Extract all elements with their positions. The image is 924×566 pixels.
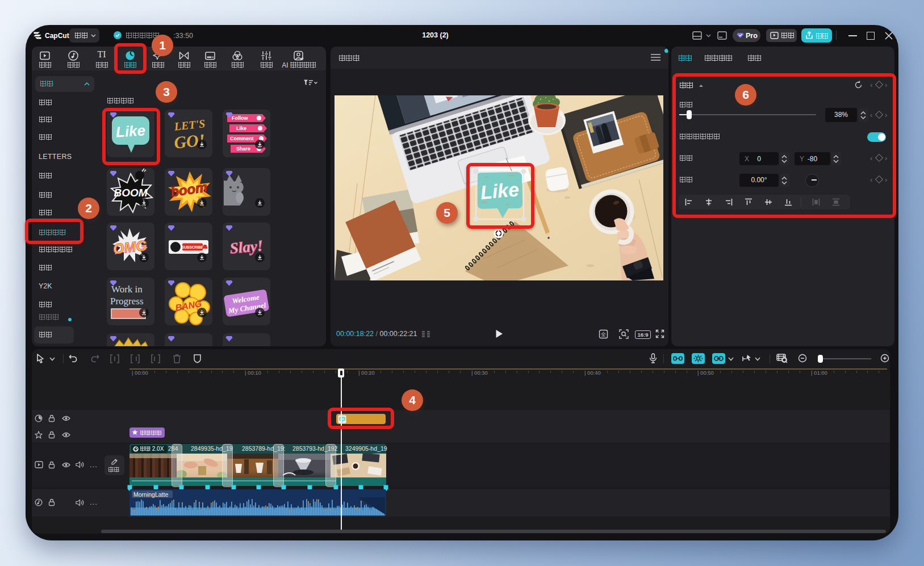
svg-text:全: 全	[601, 332, 606, 337]
svg-text:Comment: Comment	[230, 136, 254, 141]
svg-text:BOOM: BOOM	[114, 187, 148, 199]
svg-text:Like: Like	[236, 125, 246, 131]
svg-text:Share: Share	[236, 146, 250, 152]
svg-text:Progress: Progress	[110, 296, 144, 307]
svg-text:Follow: Follow	[232, 115, 248, 121]
svg-text:SUBSCRIBE: SUBSCRIBE	[182, 245, 204, 249]
